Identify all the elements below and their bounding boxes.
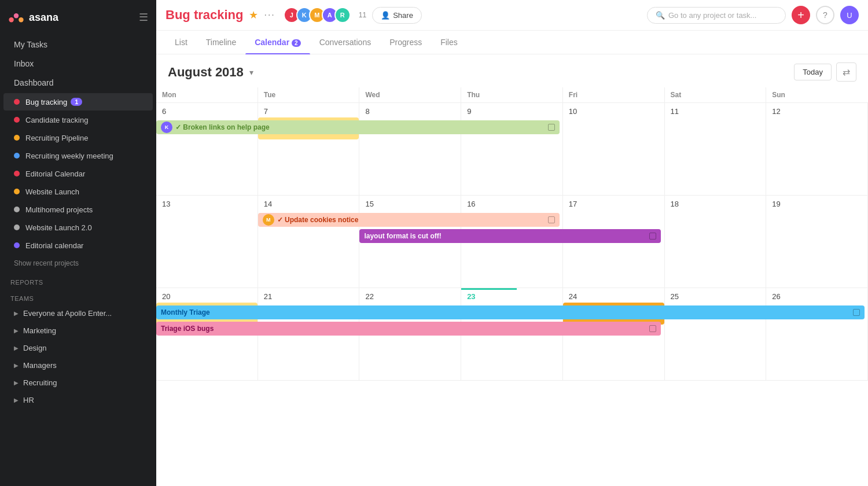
teams-section-label: Teams (0, 288, 156, 304)
event-checkbox[interactable] (548, 124, 555, 131)
calendar-spanning-event[interactable]: M✓ Update cookies notice (258, 213, 560, 227)
sidebar-project-item[interactable]: Website Launch ··· (3, 183, 153, 200)
calendar-spanning-event[interactable]: Monthly Triage (156, 305, 865, 319)
calendar-spanning-event[interactable]: layout format is cut off! (359, 229, 661, 243)
calendar-day-header: Mon (156, 87, 258, 102)
sidebar-item-inbox[interactable]: Inbox (3, 54, 153, 73)
calendar-date-number: 7 (258, 103, 359, 117)
sidebar-collapse-button[interactable]: ☰ (139, 11, 148, 24)
project-dot (14, 171, 20, 176)
team-item[interactable]: ▶Managers (3, 357, 153, 374)
project-badge: 1 (71, 98, 82, 106)
event-checkbox[interactable] (548, 216, 555, 223)
today-button[interactable]: Today (794, 64, 832, 80)
calendar-day-header: Tue (258, 87, 360, 102)
calendar-cell: 25 (665, 288, 767, 381)
calendar-spanning-event[interactable]: Triage iOS bugs (156, 322, 661, 336)
calendar-body: MonTueWedThuFriSatSun 67A✓ Search is not… (156, 87, 868, 392)
calendar-container: August 2018 ▾ Today ⇄ MonTueWedThuFriSat… (156, 54, 868, 486)
share-icon: 👤 (381, 11, 390, 20)
event-checkbox[interactable] (649, 233, 656, 240)
calendar-date-number: 8 (359, 103, 461, 117)
team-arrow-icon: ▶ (14, 380, 19, 386)
event-label: layout format is cut off! (364, 232, 646, 240)
project-label: Website Launch (25, 187, 79, 196)
calendar-cell: 19 (766, 196, 868, 288)
project-dot (14, 224, 20, 230)
calendar-day-header: Sun (766, 87, 868, 102)
search-icon: 🔍 (656, 11, 665, 20)
team-item[interactable]: ▶HR (3, 392, 153, 408)
month-dropdown-icon[interactable]: ▾ (249, 68, 253, 77)
asana-logo[interactable]: asana (8, 9, 58, 25)
sidebar-header: asana ☰ (0, 0, 156, 35)
calendar-cell: 8 (359, 103, 461, 196)
star-icon[interactable]: ★ (249, 9, 258, 21)
calendar-date-number: 24 (563, 288, 664, 303)
sidebar-project-item[interactable]: Recruiting weekly meeting ··· (3, 147, 153, 164)
sidebar-project-item[interactable]: Recruiting Pipeline ··· (3, 129, 153, 146)
calendar-date-number: 26 (766, 288, 867, 303)
user-avatar[interactable]: U (840, 6, 859, 24)
project-label: Editorial Calendar (25, 170, 85, 178)
calendar-date-number: 16 (461, 196, 562, 210)
sidebar-project-item[interactable]: Editorial calendar ··· (3, 237, 153, 254)
member-avatars: J K M A R (284, 7, 351, 23)
calendar-cell: 9 (461, 103, 563, 196)
team-arrow-icon: ▶ (14, 327, 19, 334)
calendar-date-number: 6 (156, 103, 258, 117)
event-checkbox[interactable] (853, 309, 860, 316)
calendar-date-number: 15 (359, 196, 461, 210)
sidebar-project-item[interactable]: Multihomed projects ··· (3, 201, 153, 218)
calendar-filter-button[interactable]: ⇄ (836, 62, 856, 82)
sidebar-project-item[interactable]: Website Launch 2.0 ··· (3, 219, 153, 236)
more-options-button[interactable]: ··· (264, 10, 275, 20)
sidebar: asana ☰ My Tasks Inbox Dashboard Bug tra… (0, 0, 156, 486)
team-item[interactable]: ▶Recruiting (3, 374, 153, 391)
sidebar-item-my-tasks[interactable]: My Tasks (3, 35, 153, 54)
tab-progress[interactable]: Progress (380, 31, 431, 54)
calendar-date-number: 23 (461, 288, 562, 303)
today-indicator (461, 288, 517, 290)
project-label: Website Launch 2.0 (25, 223, 92, 232)
calendar-spanning-event[interactable]: K✓ Broken links on help page (156, 120, 560, 134)
calendar-day-header: Sat (665, 87, 767, 102)
event-label: ✓ Broken links on help page (175, 123, 545, 131)
search-placeholder: Go to any project or task... (668, 11, 756, 20)
tab-calendar[interactable]: Calendar2 (245, 31, 310, 54)
topbar-right: 🔍 Go to any project or task... + ? U (647, 6, 859, 24)
calendar-date-number: 14 (258, 196, 359, 210)
help-button[interactable]: ? (816, 6, 834, 24)
svg-point-1 (9, 17, 13, 22)
calendar-date-number: 13 (156, 196, 258, 210)
tab-list[interactable]: List (165, 31, 197, 54)
event-avatar: M (263, 214, 274, 226)
add-button[interactable]: + (792, 6, 810, 24)
search-bar[interactable]: 🔍 Go to any project or task... (647, 7, 786, 24)
avatar-5: R (334, 7, 351, 23)
sidebar-project-item[interactable]: Candidate tracking ··· (3, 111, 153, 128)
tab-files[interactable]: Files (431, 31, 467, 54)
tab-timeline[interactable]: Timeline (197, 31, 245, 54)
team-item[interactable]: ▶Design (3, 340, 153, 356)
event-checkbox[interactable] (649, 325, 656, 332)
sidebar-project-item[interactable]: Bug tracking 1 ··· (3, 93, 153, 111)
calendar-month-title: August 2018 (168, 65, 244, 80)
team-label: Design (23, 344, 46, 352)
calendar-day-header: Fri (563, 87, 665, 102)
project-label: Candidate tracking (25, 116, 88, 124)
event-avatar: K (161, 122, 172, 133)
calendar-week: 20A✓ Log in button...21222324DDaily tria… (156, 288, 868, 381)
teams-section: ▶Everyone at Apollo Enter...▶Marketing▶D… (0, 304, 156, 409)
calendar-cell: 12 (766, 103, 868, 196)
sidebar-project-item[interactable]: Editorial Calendar ··· (3, 165, 153, 182)
team-arrow-icon: ▶ (14, 397, 19, 403)
tab-conversations[interactable]: Conversations (310, 31, 381, 54)
team-item[interactable]: ▶Everyone at Apollo Enter... (3, 305, 153, 322)
calendar-cell: 11 (665, 103, 767, 196)
show-recent-projects[interactable]: Show recent projects (3, 256, 153, 271)
share-button[interactable]: 👤 Share (372, 7, 422, 24)
sidebar-item-dashboard[interactable]: Dashboard (3, 73, 153, 92)
calendar-cell: 7A✓ Search is not... (258, 103, 360, 196)
team-item[interactable]: ▶Marketing (3, 322, 153, 339)
